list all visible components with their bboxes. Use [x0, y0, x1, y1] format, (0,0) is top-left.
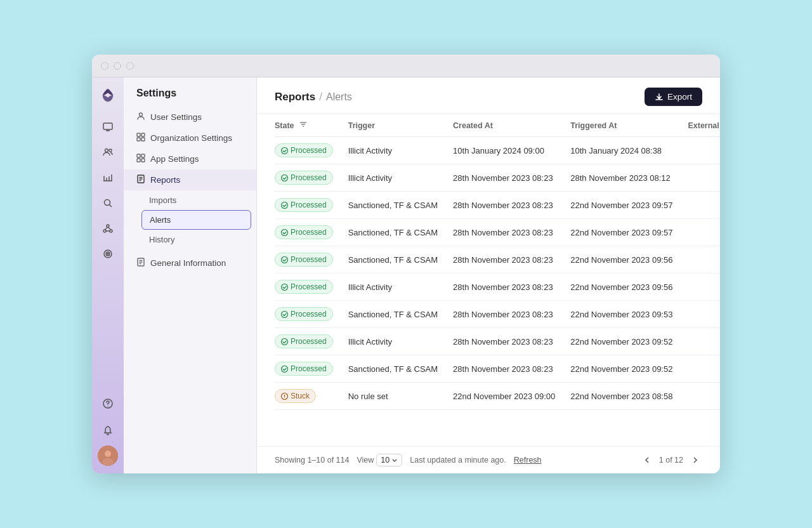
- svg-point-54: [282, 366, 288, 372]
- cell-external-links-3: [680, 219, 720, 246]
- sidebar-item-general-info[interactable]: General Information: [124, 253, 256, 274]
- settings-title: Settings: [124, 88, 256, 107]
- cell-created-at-5: 28th November 2023 08:23: [445, 274, 563, 301]
- cell-trigger-5: Illicit Activity: [341, 274, 445, 301]
- cell-external-links-9: [680, 383, 720, 410]
- cell-state-4: Processed: [275, 246, 341, 274]
- table-row[interactable]: StuckNo rule set22nd November 2023 09:00…: [275, 383, 720, 410]
- table-row[interactable]: ProcessedIllicit Activity28th November 2…: [275, 328, 720, 355]
- sidebar-label-reports: Reports: [150, 175, 180, 185]
- view-select: View 10: [357, 454, 402, 466]
- cell-trigger-6: Sanctioned, TF & CSAM: [341, 301, 445, 328]
- table-row[interactable]: ProcessedIllicit Activity10th January 20…: [275, 137, 720, 164]
- table-row[interactable]: ProcessedSanctioned, TF & CSAM28th Novem…: [275, 219, 720, 246]
- svg-line-15: [105, 227, 108, 230]
- prev-page-button[interactable]: [640, 453, 654, 467]
- cell-state-0: Processed: [275, 137, 341, 164]
- sidebar-item-app-settings[interactable]: App Settings: [124, 148, 256, 169]
- svg-rect-0: [103, 123, 112, 129]
- status-badge: Processed: [275, 307, 333, 321]
- cell-trigger-8: Sanctioned, TF & CSAM: [341, 355, 445, 383]
- table-footer: Showing 1–10 of 114 View 10 Last updated…: [257, 446, 720, 473]
- titlebar: [92, 55, 720, 77]
- sidebar-item-reports[interactable]: Reports: [124, 169, 256, 190]
- col-state: State: [275, 114, 341, 137]
- status-badge: Processed: [275, 198, 333, 212]
- table-row[interactable]: ProcessedIllicit Activity28th November 2…: [275, 274, 720, 301]
- cell-external-links-8: [680, 355, 720, 383]
- cell-external-links-0: [680, 137, 720, 164]
- showing-count: Showing 1–10 of 114: [275, 456, 349, 465]
- close-dot[interactable]: [101, 62, 108, 70]
- sidebar-sub-history[interactable]: History: [141, 230, 251, 249]
- state-filter-icon[interactable]: [299, 121, 307, 130]
- next-page-button[interactable]: [688, 453, 702, 467]
- reports-sub-menu: Imports Alerts History: [124, 191, 256, 249]
- svg-point-52: [282, 311, 288, 317]
- cell-external-links-2: [680, 192, 720, 219]
- nav-target-icon[interactable]: [96, 242, 119, 265]
- cell-trigger-1: Illicit Activity: [341, 164, 445, 192]
- maximize-dot[interactable]: [126, 62, 134, 70]
- last-updated: Last updated a minute ago.: [410, 456, 506, 465]
- status-badge: Processed: [275, 171, 333, 185]
- refresh-button[interactable]: Refresh: [514, 456, 542, 465]
- nav-bell-icon[interactable]: [96, 419, 119, 442]
- cell-state-9: Stuck: [275, 383, 341, 410]
- svg-rect-32: [141, 154, 145, 157]
- app-logo: [98, 85, 118, 105]
- reports-icon: [136, 175, 145, 185]
- svg-point-48: [282, 202, 288, 208]
- table-row[interactable]: ProcessedIllicit Activity28th November 2…: [275, 164, 720, 192]
- svg-point-53: [282, 338, 288, 345]
- avatar[interactable]: [98, 446, 118, 466]
- breadcrumb: Reports / Alerts: [275, 91, 352, 103]
- nav-help-icon[interactable]: [96, 392, 119, 415]
- table-row[interactable]: ProcessedSanctioned, TF & CSAM28th Novem…: [275, 355, 720, 383]
- svg-point-51: [282, 284, 288, 290]
- col-trigger: Trigger: [341, 114, 445, 137]
- sidebar-sub-alerts[interactable]: Alerts: [141, 210, 251, 230]
- footer-left: Showing 1–10 of 114 View 10 Last updated…: [275, 454, 542, 466]
- nav-users-icon[interactable]: [96, 141, 119, 164]
- svg-point-24: [105, 451, 111, 457]
- svg-point-56: [284, 397, 285, 398]
- sidebar-item-org-settings[interactable]: Organization Settings: [124, 128, 256, 148]
- table-row[interactable]: ProcessedSanctioned, TF & CSAM28th Novem…: [275, 192, 720, 219]
- nav-monitor-icon[interactable]: [96, 116, 119, 138]
- cell-triggered-at-1: 28th November 2023 08:12: [563, 164, 680, 192]
- svg-point-25: [102, 458, 114, 466]
- cell-state-1: Processed: [275, 164, 341, 192]
- svg-point-47: [282, 175, 288, 181]
- export-button[interactable]: Export: [645, 88, 702, 106]
- view-count-select[interactable]: 10: [376, 454, 402, 466]
- svg-line-11: [110, 205, 112, 208]
- status-badge: Processed: [275, 253, 333, 267]
- sidebar-item-user-settings[interactable]: User Settings: [124, 107, 256, 128]
- cell-state-7: Processed: [275, 328, 341, 355]
- cell-triggered-at-8: 22nd November 2023 09:52: [563, 355, 680, 383]
- col-external-links: External Links: [680, 114, 720, 137]
- cell-triggered-at-5: 22nd November 2023 09:56: [563, 274, 680, 301]
- nav-nodes-icon[interactable]: [96, 217, 119, 240]
- svg-line-16: [108, 227, 111, 230]
- svg-point-3: [105, 149, 108, 152]
- sidebar-label-user-settings: User Settings: [150, 112, 202, 122]
- export-button-wrap: Export: [645, 88, 702, 106]
- breadcrumb-parent: Reports: [275, 91, 315, 103]
- cell-external-links-5: [680, 274, 720, 301]
- status-badge: Processed: [275, 280, 333, 294]
- page-info: 1 of 12: [659, 456, 683, 465]
- cell-trigger-3: Sanctioned, TF & CSAM: [341, 219, 445, 246]
- table-row[interactable]: ProcessedSanctioned, TF & CSAM28th Novem…: [275, 246, 720, 274]
- svg-point-20: [107, 253, 108, 254]
- nav-chart-icon[interactable]: [96, 166, 119, 189]
- cell-trigger-2: Sanctioned, TF & CSAM: [341, 192, 445, 219]
- status-badge: Processed: [275, 334, 333, 348]
- nav-search-icon[interactable]: [96, 192, 119, 214]
- minimize-dot[interactable]: [114, 62, 121, 70]
- svg-point-10: [105, 200, 110, 206]
- table-row[interactable]: ProcessedSanctioned, TF & CSAM28th Novem…: [275, 301, 720, 328]
- sidebar-sub-imports[interactable]: Imports: [141, 191, 251, 209]
- cell-external-links-6: [680, 301, 720, 328]
